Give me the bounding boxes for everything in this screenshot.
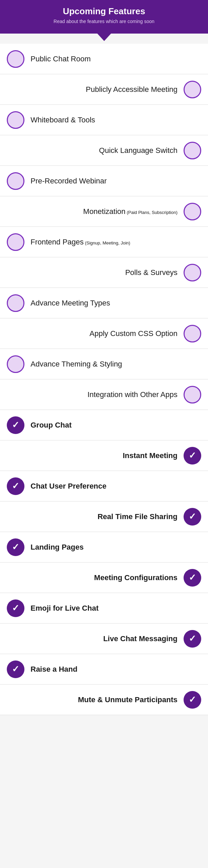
feature-item-pre-recorded-webinar: Pre-Recorded Webinar	[0, 166, 208, 196]
feature-label-pre-recorded-webinar: Pre-Recorded Webinar	[31, 177, 201, 185]
feature-label-public-chat-room: Public Chat Room	[31, 55, 201, 63]
feature-item-meeting-configurations: Meeting Configurations	[0, 563, 208, 593]
feature-label-mute-unmute-participants: Mute & Unmute Participants	[7, 695, 177, 704]
feature-label-whiteboard-tools: Whiteboard & Tools	[31, 116, 201, 124]
circle-icon-publicly-accessible-meeting	[184, 81, 201, 98]
feature-item-monetization: Monetization (Paid Plans, Subscription)	[0, 196, 208, 227]
feature-item-mute-unmute-participants: Mute & Unmute Participants	[0, 685, 208, 715]
circle-icon-frontend-pages	[7, 233, 24, 251]
feature-label-instant-meeting: Instant Meeting	[7, 451, 177, 460]
feature-item-public-chat-room: Public Chat Room	[0, 44, 208, 74]
circle-icon-apply-custom-css	[184, 325, 201, 342]
feature-item-frontend-pages: Frontend Pages (Signup, Meeting, Join)	[0, 227, 208, 257]
circle-icon-monetization	[184, 203, 201, 220]
check-icon-mute-unmute-participants	[184, 691, 201, 709]
check-icon-raise-a-hand	[7, 660, 24, 678]
feature-label-integration-other-apps: Integration with Other Apps	[7, 390, 177, 399]
feature-item-whiteboard-tools: Whiteboard & Tools	[0, 105, 208, 135]
check-icon-real-time-file-sharing	[184, 508, 201, 526]
feature-item-instant-meeting: Instant Meeting	[0, 440, 208, 471]
circle-icon-public-chat-room	[7, 50, 24, 68]
check-icon-emoji-live-chat	[7, 599, 24, 617]
check-icon-meeting-configurations	[184, 569, 201, 587]
feature-item-chat-user-preference: Chat User Preference	[0, 471, 208, 501]
feature-item-landing-pages: Landing Pages	[0, 532, 208, 563]
feature-label-polls-surveys: Polls & Surveys	[7, 268, 177, 277]
feature-label-emoji-live-chat: Emoji for Live Chat	[31, 604, 201, 613]
feature-item-live-chat-messaging: Live Chat Messaging	[0, 624, 208, 654]
check-icon-instant-meeting	[184, 447, 201, 465]
circle-icon-pre-recorded-webinar	[7, 172, 24, 190]
feature-label-chat-user-preference: Chat User Preference	[31, 482, 201, 491]
feature-label-real-time-file-sharing: Real Time File Sharing	[7, 512, 177, 521]
feature-item-advance-meeting-types: Advance Meeting Types	[0, 288, 208, 318]
check-icon-group-chat	[7, 416, 24, 434]
feature-item-polls-surveys: Polls & Surveys	[0, 257, 208, 288]
feature-label-live-chat-messaging: Live Chat Messaging	[7, 634, 177, 643]
feature-item-apply-custom-css: Apply Custom CSS Option	[0, 318, 208, 349]
circle-icon-quick-language-switch	[184, 142, 201, 159]
check-icon-live-chat-messaging	[184, 630, 201, 648]
feature-item-publicly-accessible-meeting: Publicly Accessible Meeting	[0, 74, 208, 105]
feature-label-advance-theming: Advance Theming & Styling	[31, 360, 201, 369]
circle-icon-advance-meeting-types	[7, 294, 24, 312]
feature-item-emoji-live-chat: Emoji for Live Chat	[0, 593, 208, 624]
circle-icon-polls-surveys	[184, 264, 201, 281]
feature-label-monetization: Monetization (Paid Plans, Subscription)	[7, 207, 177, 216]
feature-label-landing-pages: Landing Pages	[31, 543, 201, 552]
feature-label-publicly-accessible-meeting: Publicly Accessible Meeting	[7, 85, 177, 94]
circle-icon-whiteboard-tools	[7, 111, 24, 129]
feature-item-advance-theming: Advance Theming & Styling	[0, 349, 208, 379]
feature-label-frontend-pages: Frontend Pages (Signup, Meeting, Join)	[31, 238, 201, 246]
feature-label-meeting-configurations: Meeting Configurations	[7, 573, 177, 582]
feature-label-apply-custom-css: Apply Custom CSS Option	[7, 329, 177, 338]
feature-label-raise-a-hand: Raise a Hand	[31, 665, 201, 674]
header: Upcoming Features Read about the feature…	[0, 0, 208, 34]
header-subtitle: Read about the features which are coming…	[7, 19, 201, 24]
feature-label-advance-meeting-types: Advance Meeting Types	[31, 299, 201, 308]
feature-item-raise-a-hand: Raise a Hand	[0, 654, 208, 685]
circle-icon-advance-theming	[7, 355, 24, 373]
features-list: Public Chat RoomPublicly Accessible Meet…	[0, 44, 208, 715]
feature-item-quick-language-switch: Quick Language Switch	[0, 135, 208, 166]
feature-item-group-chat: Group Chat	[0, 410, 208, 440]
feature-item-real-time-file-sharing: Real Time File Sharing	[0, 501, 208, 532]
circle-icon-integration-other-apps	[184, 386, 201, 403]
header-title: Upcoming Features	[7, 6, 201, 17]
check-icon-landing-pages	[7, 538, 24, 556]
feature-label-quick-language-switch: Quick Language Switch	[7, 146, 177, 155]
header-arrow	[97, 33, 112, 41]
check-icon-chat-user-preference	[7, 477, 24, 495]
feature-label-group-chat: Group Chat	[31, 421, 201, 430]
feature-item-integration-other-apps: Integration with Other Apps	[0, 379, 208, 410]
